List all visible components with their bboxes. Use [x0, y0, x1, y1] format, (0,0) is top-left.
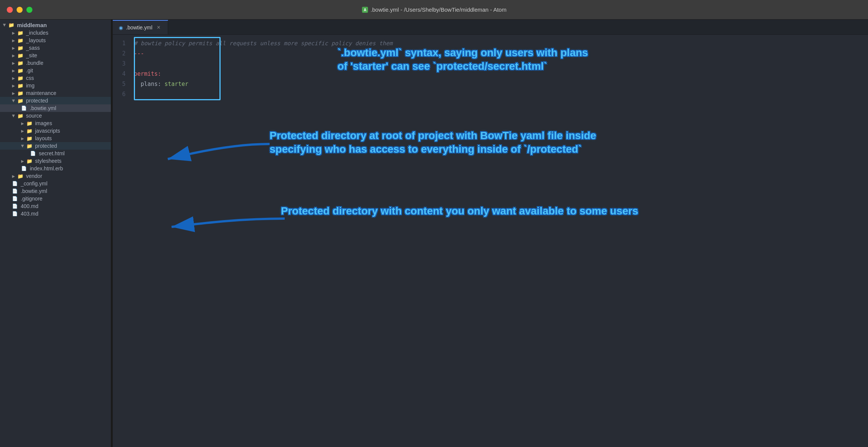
root-folder-icon: 📁: [8, 22, 14, 28]
chevron-icon: ▶: [21, 136, 24, 141]
item-label: index.html.erb: [30, 165, 63, 171]
chevron-icon: ▶: [12, 76, 15, 80]
code-line-3: [134, 59, 868, 69]
editor-content[interactable]: 1 2 3 4 5 6 # bowtie policy permits all …: [111, 35, 868, 447]
item-label: source: [26, 113, 42, 119]
line-numbers: 1 2 3 4 5 6: [111, 35, 129, 447]
minimize-button[interactable]: [17, 7, 23, 13]
sidebar-item-bowtie-root[interactable]: 📄 .bowtie.yml: [0, 187, 111, 195]
folder-icon: 📁: [17, 113, 23, 119]
sidebar-item-index[interactable]: 📄 index.html.erb: [0, 165, 111, 172]
svg-text:A: A: [363, 8, 366, 12]
sidebar-item-sass[interactable]: ▶ 📁 _sass: [0, 44, 111, 52]
code-comment: # bowtie policy permits all requests unl…: [134, 40, 393, 47]
sidebar-root-item[interactable]: ▶ 📁 middleman: [0, 21, 111, 29]
sidebar-item-403[interactable]: 📄 403.md: [0, 210, 111, 217]
item-label: .bowtie.yml: [21, 188, 47, 194]
file-icon: 📄: [12, 204, 18, 209]
folder-icon: 📁: [17, 83, 23, 89]
item-label: vendor: [26, 173, 42, 179]
chevron-icon: ▶: [12, 84, 15, 88]
chevron-icon: ▶: [12, 91, 15, 95]
sidebar-item-protected-source[interactable]: ▶ 📁 protected: [0, 142, 111, 150]
chevron-icon: ▶: [12, 61, 15, 65]
chevron-icon: ▶: [12, 38, 15, 43]
sidebar-item-img[interactable]: ▶ 📁 img: [0, 82, 111, 89]
editor-tab[interactable]: ◉ .bowtie.yml ×: [111, 20, 168, 34]
item-label: .gitignore: [21, 196, 43, 202]
sidebar-item-bowtie-yml[interactable]: 📄 .bowtie.yml: [0, 104, 111, 112]
file-icon: 📄: [21, 106, 27, 111]
code-line-1: # bowtie policy permits all requests unl…: [134, 38, 868, 49]
code-key: permits:: [134, 70, 161, 77]
code-line-2: ---: [134, 49, 868, 59]
item-label: javascripts: [35, 128, 60, 134]
sidebar-item-400[interactable]: 📄 400.md: [0, 202, 111, 210]
folder-icon: 📁: [17, 173, 23, 179]
item-label: maintenance: [26, 90, 56, 96]
folder-icon: 📁: [26, 136, 32, 141]
main-layout: ▶ 📁 middleman ▶ 📁 _includes ▶ 📁 _layouts…: [0, 20, 868, 447]
sidebar-item-vendor[interactable]: ▶ 📁 vendor: [0, 172, 111, 180]
close-button[interactable]: [7, 7, 13, 13]
code-editor[interactable]: # bowtie policy permits all requests unl…: [129, 35, 868, 447]
item-label: protected: [26, 98, 48, 104]
chevron-icon: ▶: [12, 174, 15, 178]
item-label: _config.yml: [21, 181, 48, 187]
sidebar-item-images[interactable]: ▶ 📁 images: [0, 119, 111, 127]
chevron-icon: ▶: [21, 121, 24, 126]
sidebar-item-includes[interactable]: ▶ 📁 _includes: [0, 29, 111, 37]
item-label: _layouts: [26, 37, 46, 43]
folder-icon: 📁: [26, 128, 32, 134]
sidebar-item-gitignore[interactable]: 📄 .gitignore: [0, 195, 111, 202]
file-icon: 📄: [21, 166, 27, 171]
sidebar-item-stylesheets[interactable]: ▶ 📁 stylesheets: [0, 157, 111, 165]
folder-icon: 📁: [17, 98, 23, 104]
item-label: stylesheets: [35, 158, 61, 164]
sidebar[interactable]: ▶ 📁 middleman ▶ 📁 _includes ▶ 📁 _layouts…: [0, 20, 111, 447]
sidebar-item-git[interactable]: ▶ 📁 .git: [0, 67, 111, 74]
item-label: secret.html: [39, 150, 64, 156]
file-icon: 📄: [12, 181, 18, 186]
sidebar-item-css[interactable]: ▶ 📁 css: [0, 74, 111, 82]
chevron-icon: ▶: [12, 54, 15, 58]
chevron-icon: ▶: [21, 144, 25, 147]
sidebar-item-protected-root[interactable]: ▶ 📁 protected: [0, 97, 111, 104]
item-label: images: [35, 120, 52, 126]
item-label: .git: [26, 67, 33, 73]
folder-icon: 📁: [17, 90, 23, 96]
sidebar-root-label: middleman: [17, 22, 47, 28]
sidebar-item-site[interactable]: ▶ 📁 _site: [0, 52, 111, 59]
item-label: css: [26, 75, 34, 81]
chevron-icon: ▶: [21, 159, 24, 163]
sidebar-item-secret-html[interactable]: 📄 secret.html: [0, 150, 111, 157]
traffic-lights: [7, 7, 32, 13]
resize-handle[interactable]: [111, 20, 113, 447]
folder-icon: 📁: [26, 143, 32, 149]
item-label: protected: [35, 143, 57, 149]
sidebar-item-bundle[interactable]: ▶ 📁 .bundle: [0, 59, 111, 67]
tab-label: .bowtie.yml: [126, 24, 152, 31]
editor-area: ◉ .bowtie.yml × 1 2 3 4 5 6 # bowtie pol…: [111, 20, 868, 447]
chevron-icon: ▶: [12, 69, 15, 73]
sidebar-item-config-yml[interactable]: 📄 _config.yml: [0, 180, 111, 187]
item-label: _sass: [26, 45, 40, 51]
sidebar-item-layouts-source[interactable]: ▶ 📁 layouts: [0, 135, 111, 142]
item-label: layouts: [35, 135, 52, 141]
maximize-button[interactable]: [26, 7, 32, 13]
code-dash: ---: [134, 50, 144, 57]
tab-bar: ◉ .bowtie.yml ×: [111, 20, 868, 35]
sidebar-item-source[interactable]: ▶ 📁 source: [0, 112, 111, 119]
tab-close-icon[interactable]: ×: [157, 24, 160, 31]
chevron-icon: ▶: [21, 129, 24, 133]
window-title: A .bowtie.yml - /Users/Shelby/BowTie/mid…: [362, 6, 506, 13]
folder-icon: 📁: [17, 68, 23, 73]
code-indent: plans:: [134, 81, 164, 87]
chevron-icon: ▶: [3, 24, 7, 27]
sidebar-item-layouts[interactable]: ▶ 📁 _layouts: [0, 37, 111, 44]
sidebar-item-maintenance[interactable]: ▶ 📁 maintenance: [0, 89, 111, 97]
folder-icon: 📁: [17, 45, 23, 51]
folder-icon: 📁: [17, 60, 23, 66]
item-label: .bowtie.yml: [30, 105, 56, 111]
sidebar-item-javascripts[interactable]: ▶ 📁 javascripts: [0, 127, 111, 135]
